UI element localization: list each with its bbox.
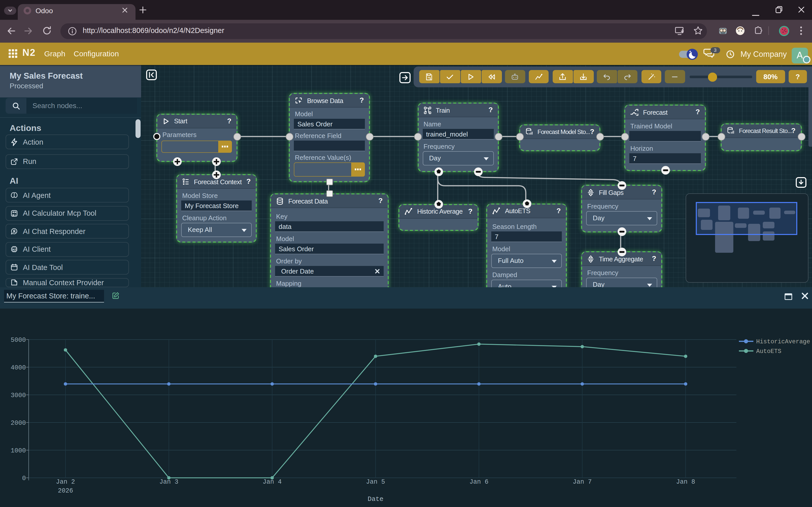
svg-text:AutoETS: AutoETS bbox=[756, 348, 781, 354]
svg-text:Jan 2: Jan 2 bbox=[56, 478, 75, 486]
svg-text:5000: 5000 bbox=[11, 336, 26, 344]
svg-text:Date: Date bbox=[368, 495, 384, 503]
svg-text:1000: 1000 bbox=[11, 447, 26, 454]
svg-text:4000: 4000 bbox=[11, 364, 26, 371]
svg-text:0: 0 bbox=[22, 474, 26, 482]
svg-text:Jan 3: Jan 3 bbox=[159, 478, 178, 486]
svg-text:Jan 5: Jan 5 bbox=[366, 478, 385, 486]
svg-text:Jan 4: Jan 4 bbox=[263, 478, 282, 486]
svg-text:Jan 6: Jan 6 bbox=[469, 478, 488, 486]
svg-text:2000: 2000 bbox=[11, 419, 26, 427]
svg-text:3000: 3000 bbox=[11, 392, 26, 399]
svg-text:Jan 8: Jan 8 bbox=[676, 478, 695, 486]
svg-text:Jan 7: Jan 7 bbox=[573, 478, 592, 486]
svg-text:2026: 2026 bbox=[58, 487, 73, 494]
svg-text:HistoricAverage: HistoricAverage bbox=[756, 338, 810, 345]
svg-text:AI: AI bbox=[12, 248, 16, 251]
